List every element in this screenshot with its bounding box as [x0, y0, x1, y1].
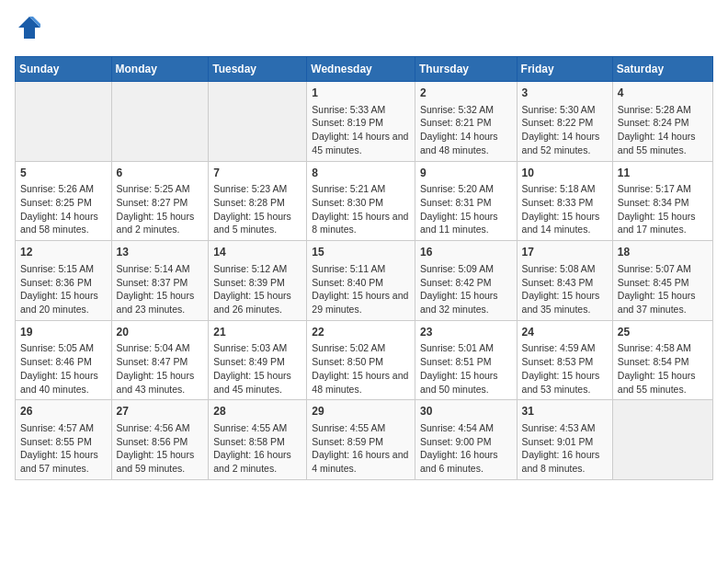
- day-number: 16: [420, 245, 512, 260]
- day-number: 21: [213, 325, 301, 340]
- calendar-cell: 12Sunrise: 5:15 AMSunset: 8:36 PMDayligh…: [16, 241, 112, 321]
- day-info-line: Daylight: 15 hours and 50 minutes.: [420, 369, 512, 396]
- day-info-line: Sunset: 8:58 PM: [213, 435, 301, 449]
- day-info-line: Daylight: 15 hours and 5 minutes.: [213, 210, 301, 236]
- weekday-header-friday: Friday: [517, 57, 612, 82]
- day-info-line: Sunrise: 5:14 AM: [117, 262, 204, 276]
- day-info-line: Sunset: 8:56 PM: [117, 435, 204, 449]
- day-info-line: Sunset: 8:54 PM: [618, 355, 708, 369]
- day-number: 30: [420, 404, 512, 419]
- day-number: 29: [312, 404, 410, 419]
- day-info-line: Sunset: 8:55 PM: [20, 435, 107, 449]
- logo: [15, 15, 42, 45]
- day-info-line: Sunset: 8:24 PM: [618, 116, 708, 130]
- calendar-cell: 4Sunrise: 5:28 AMSunset: 8:24 PMDaylight…: [612, 82, 712, 162]
- day-info-line: Daylight: 14 hours and 52 minutes.: [522, 130, 608, 156]
- day-info-line: Sunrise: 5:15 AM: [20, 262, 107, 276]
- day-info-line: Sunset: 8:43 PM: [522, 276, 608, 290]
- day-number: 27: [117, 404, 204, 419]
- day-number: 25: [618, 325, 708, 340]
- day-info-line: Sunset: 8:50 PM: [312, 355, 410, 369]
- day-info-line: Sunset: 8:37 PM: [117, 276, 204, 290]
- day-info-line: Daylight: 14 hours and 48 minutes.: [420, 130, 512, 156]
- day-info-line: Sunset: 8:53 PM: [522, 355, 608, 369]
- day-info-line: Sunset: 8:49 PM: [213, 355, 301, 369]
- day-info-line: Daylight: 15 hours and 23 minutes.: [117, 289, 204, 316]
- calendar-cell: 15Sunrise: 5:11 AMSunset: 8:40 PMDayligh…: [307, 241, 415, 321]
- calendar-cell: 23Sunrise: 5:01 AMSunset: 8:51 PMDayligh…: [415, 320, 517, 400]
- calendar-cell: [209, 82, 307, 162]
- calendar-cell: 6Sunrise: 5:25 AMSunset: 8:27 PMDaylight…: [111, 161, 209, 241]
- day-info-line: Sunrise: 5:07 AM: [618, 262, 708, 276]
- day-info-line: Sunset: 8:33 PM: [522, 196, 608, 210]
- day-info-line: Sunrise: 5:30 AM: [522, 103, 608, 117]
- calendar-week-3: 12Sunrise: 5:15 AMSunset: 8:36 PMDayligh…: [16, 241, 713, 321]
- day-info-line: Sunrise: 5:02 AM: [312, 341, 410, 355]
- day-info-line: Daylight: 15 hours and 29 minutes.: [312, 289, 410, 316]
- calendar-cell: 2Sunrise: 5:32 AMSunset: 8:21 PMDaylight…: [415, 82, 517, 162]
- day-number: 20: [117, 325, 204, 340]
- calendar-cell: 18Sunrise: 5:07 AMSunset: 8:45 PMDayligh…: [612, 241, 712, 321]
- calendar-cell: 19Sunrise: 5:05 AMSunset: 8:46 PMDayligh…: [16, 320, 112, 400]
- weekday-header-sunday: Sunday: [16, 57, 112, 82]
- calendar-cell: 9Sunrise: 5:20 AMSunset: 8:31 PMDaylight…: [415, 161, 517, 241]
- day-info-line: Daylight: 15 hours and 57 minutes.: [20, 448, 107, 475]
- calendar-cell: 24Sunrise: 4:59 AMSunset: 8:53 PMDayligh…: [517, 320, 612, 400]
- calendar-cell: 16Sunrise: 5:09 AMSunset: 8:42 PMDayligh…: [415, 241, 517, 321]
- calendar-cell: 14Sunrise: 5:12 AMSunset: 8:39 PMDayligh…: [209, 241, 307, 321]
- day-info-line: Sunrise: 4:58 AM: [618, 341, 708, 355]
- day-info-line: Sunset: 8:28 PM: [213, 196, 301, 210]
- calendar-cell: 31Sunrise: 4:53 AMSunset: 9:01 PMDayligh…: [517, 400, 612, 480]
- day-number: 7: [213, 166, 301, 181]
- calendar-cell: 25Sunrise: 4:58 AMSunset: 8:54 PMDayligh…: [612, 320, 712, 400]
- weekday-header-saturday: Saturday: [612, 57, 712, 82]
- calendar-cell: 1Sunrise: 5:33 AMSunset: 8:19 PMDaylight…: [307, 82, 415, 162]
- day-info-line: Daylight: 15 hours and 37 minutes.: [618, 289, 708, 316]
- day-info-line: Daylight: 15 hours and 17 minutes.: [618, 210, 708, 236]
- day-number: 4: [618, 86, 708, 101]
- day-info-line: Daylight: 15 hours and 53 minutes.: [522, 369, 608, 396]
- calendar-cell: 13Sunrise: 5:14 AMSunset: 8:37 PMDayligh…: [111, 241, 209, 321]
- day-info-line: Sunrise: 4:53 AM: [522, 421, 608, 435]
- calendar-cell: 30Sunrise: 4:54 AMSunset: 9:00 PMDayligh…: [415, 400, 517, 480]
- calendar-cell: 29Sunrise: 4:55 AMSunset: 8:59 PMDayligh…: [307, 400, 415, 480]
- calendar-cell: 28Sunrise: 4:55 AMSunset: 8:58 PMDayligh…: [209, 400, 307, 480]
- day-number: 28: [213, 404, 301, 419]
- day-info-line: Sunset: 9:01 PM: [522, 435, 608, 449]
- calendar-table: SundayMondayTuesdayWednesdayThursdayFrid…: [15, 56, 713, 480]
- day-info-line: Sunset: 8:45 PM: [618, 276, 708, 290]
- day-info-line: Sunset: 8:25 PM: [20, 196, 107, 210]
- day-info-line: Daylight: 15 hours and 45 minutes.: [213, 369, 301, 396]
- calendar-cell: 21Sunrise: 5:03 AMSunset: 8:49 PMDayligh…: [209, 320, 307, 400]
- day-info-line: Sunrise: 5:08 AM: [522, 262, 608, 276]
- day-info-line: Sunrise: 5:09 AM: [420, 262, 512, 276]
- day-info-line: Daylight: 15 hours and 8 minutes.: [312, 210, 410, 236]
- day-info-line: Sunrise: 5:18 AM: [522, 182, 608, 196]
- day-number: 13: [117, 245, 204, 260]
- day-number: 19: [20, 325, 107, 340]
- header: [15, 15, 713, 45]
- day-number: 26: [20, 404, 107, 419]
- day-info-line: Daylight: 15 hours and 26 minutes.: [213, 289, 301, 316]
- day-info-line: Sunset: 8:22 PM: [522, 116, 608, 130]
- day-info-line: Daylight: 16 hours and 8 minutes.: [522, 448, 608, 475]
- day-number: 12: [20, 245, 107, 260]
- day-info-line: Sunset: 8:34 PM: [618, 196, 708, 210]
- day-number: 23: [420, 325, 512, 340]
- calendar-cell: 8Sunrise: 5:21 AMSunset: 8:30 PMDaylight…: [307, 161, 415, 241]
- day-info-line: Daylight: 16 hours and 6 minutes.: [420, 448, 512, 475]
- day-number: 15: [312, 245, 410, 260]
- day-info-line: Daylight: 16 hours and 4 minutes.: [312, 448, 410, 475]
- day-info-line: Sunrise: 5:23 AM: [213, 182, 301, 196]
- day-number: 5: [20, 166, 107, 181]
- weekday-header-monday: Monday: [111, 57, 209, 82]
- day-info-line: Sunrise: 5:26 AM: [20, 182, 107, 196]
- day-number: 14: [213, 245, 301, 260]
- day-number: 9: [420, 166, 512, 181]
- day-number: 11: [618, 166, 708, 181]
- day-info-line: Sunset: 9:00 PM: [420, 435, 512, 449]
- calendar-week-5: 26Sunrise: 4:57 AMSunset: 8:55 PMDayligh…: [16, 400, 713, 480]
- day-info-line: Daylight: 15 hours and 32 minutes.: [420, 289, 512, 316]
- day-info-line: Sunrise: 4:59 AM: [522, 341, 608, 355]
- weekday-header-tuesday: Tuesday: [209, 57, 307, 82]
